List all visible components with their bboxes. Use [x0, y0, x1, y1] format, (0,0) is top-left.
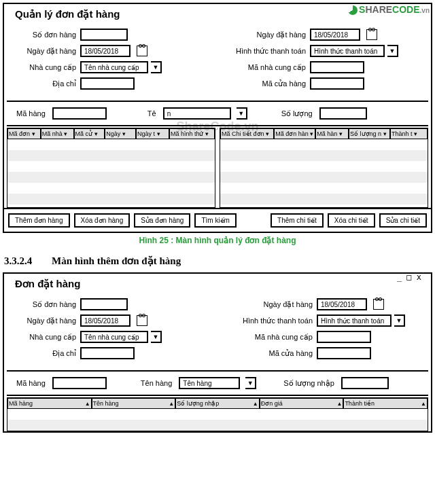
table-items[interactable]: Mã hàng▲ Tên hàng▲ Số lượng nhập▲ Đơn gi… [7, 397, 428, 431]
calendar-icon[interactable] [373, 299, 384, 310]
label-ngay-dat-hang-r: Ngày đặt hàng [231, 31, 306, 39]
col-don-gia[interactable]: Đơn giá▲ [260, 398, 344, 409]
chevron-down-icon[interactable]: ▼ [151, 331, 162, 343]
input-dia-chi[interactable] [80, 77, 135, 90]
select-hinh-thuc[interactable]: Hình thức thanh toán [310, 45, 385, 57]
window-order-management: Quản lý đơn đặt hàng Số đơn hàng Ngày đặ… [3, 3, 432, 233]
table-row[interactable] [220, 150, 428, 161]
table-row[interactable] [7, 161, 215, 172]
sua-chi-tiet-button[interactable]: Sửa chi tiết [379, 213, 427, 228]
col-ngay[interactable]: Ngày ▾ [105, 128, 136, 139]
table-row[interactable] [220, 172, 428, 183]
table-row[interactable] [220, 194, 428, 204]
label-dia-chi: Địa chỉ [14, 79, 76, 88]
col-ma-cu[interactable]: Mã cử ▾ [74, 128, 105, 139]
window-add-order: _ □ x Đơn đặt hàng Số đơn hàng Ngày đặt … [3, 272, 432, 433]
table-don-hang[interactable]: Mã đơn ▾ Mã nhà ▾ Mã cử ▾ Ngày ▾ Ngày t … [7, 128, 215, 208]
tim-kiem-button[interactable]: Tìm kiếm [194, 213, 237, 228]
table-row[interactable] [7, 194, 215, 204]
xoa-chi-tiet-button[interactable]: Xóa chi tiết [328, 213, 375, 228]
figure-caption: Hình 25 : Màn hình quản lý đơn đặt hàng [0, 236, 435, 245]
chevron-down-icon[interactable]: ▼ [245, 377, 256, 389]
table-row[interactable] [7, 150, 215, 161]
calendar-icon[interactable] [366, 29, 377, 40]
col-ma-don-hang[interactable]: Mã đơn hàn ▾ [274, 128, 315, 139]
input-ma-cua-hang[interactable] [317, 347, 371, 359]
chevron-down-icon[interactable]: ▼ [237, 107, 247, 120]
col-ma-ct-don[interactable]: Mã Chi tiết đơn ▾ [220, 128, 274, 139]
select-nha-cung-cap[interactable]: Tên nhà cung cấp [80, 331, 148, 343]
table-row[interactable] [220, 139, 428, 150]
select-ten-hang[interactable]: n [163, 107, 231, 120]
col-so-luong-nhap[interactable]: Số lượng nhập▲ [175, 398, 260, 409]
table-row[interactable] [7, 420, 428, 431]
label-ngay-dat-hang: Ngày đặt hàng [14, 47, 76, 56]
col-ma-hinh-thuc[interactable]: Mã hình thứ ▾ [169, 128, 215, 139]
chevron-down-icon[interactable]: ▼ [387, 45, 398, 57]
input-ma-nha-cc[interactable] [310, 61, 364, 73]
table-row[interactable] [220, 161, 428, 172]
table-row[interactable] [220, 183, 428, 194]
label-ngay-dat-hang: Ngày đặt hàng [14, 317, 76, 325]
col-ma-hang[interactable]: Mã hàn ▾ [315, 128, 349, 139]
col-thanh-tien[interactable]: Thành tiền▲ [343, 398, 428, 409]
label-ma-nha-cc: Mã nhà cung cấp [231, 333, 313, 342]
table-row[interactable] [7, 172, 215, 183]
input-so-don-hang[interactable] [80, 298, 128, 310]
select-nha-cung-cap[interactable]: Tên nhà cung cấp [80, 61, 148, 73]
input-so-luong-nhap[interactable] [341, 377, 389, 389]
label-ngay-dat-hang-r: Ngày đặt hàng [231, 300, 313, 309]
input-ngay-dat-hang[interactable]: 18/05/2018 [80, 314, 130, 327]
label-so-don-hang: Số đơn hàng [14, 300, 76, 309]
chevron-down-icon[interactable]: ▼ [394, 314, 405, 327]
label-nha-cung-cap: Nhà cung cấp [14, 333, 76, 342]
xoa-don-hang-button[interactable]: Xóa đơn hàng [74, 213, 130, 228]
label-ma-cua-hang: Mã cửa hàng [231, 349, 313, 358]
window-title: Đơn đặt hàng [4, 274, 431, 291]
label-so-luong-nhap: Số lượng nhập [283, 379, 334, 388]
input-ma-nha-cc[interactable] [317, 331, 371, 343]
input-so-don-hang[interactable] [80, 29, 128, 41]
col-ngay-t[interactable]: Ngày t ▾ [136, 128, 169, 139]
col-ma-don[interactable]: Mã đơn ▾ [7, 128, 41, 139]
label-nha-cung-cap: Nhà cung cấp [14, 63, 76, 72]
label-so-luong: Số lượng [281, 109, 313, 118]
col-so-luong-n[interactable]: Số lượng n ▾ [349, 128, 390, 139]
label-ten-hang: Tên hàng [141, 379, 172, 387]
them-don-hang-button[interactable]: Thêm đơn hàng [8, 213, 70, 228]
input-so-luong[interactable] [319, 107, 367, 120]
col-ma-hang[interactable]: Mã hàng▲ [7, 398, 92, 409]
col-ten-hang[interactable]: Tên hàng▲ [92, 398, 176, 409]
recycle-icon [348, 5, 358, 15]
calendar-icon[interactable] [137, 315, 147, 326]
col-ma-nha[interactable]: Mã nhà ▾ [41, 128, 74, 139]
input-ma-hang[interactable] [52, 377, 107, 389]
label-hinh-thuc: Hình thức thanh toán [231, 317, 313, 325]
them-chi-tiet-button[interactable]: Thêm chi tiết [271, 213, 324, 228]
table-row[interactable] [7, 409, 428, 420]
label-so-don-hang: Số đơn hàng [14, 31, 76, 39]
sua-don-hang-button[interactable]: Sửa đơn hàng [134, 213, 190, 228]
input-ngay-dat-hang-r[interactable]: 18/05/2018 [310, 29, 360, 41]
chevron-down-icon[interactable]: ▼ [151, 61, 162, 73]
label-ma-nha-cc: Mã nhà cung cấp [231, 63, 306, 72]
input-ngay-dat-hang-r[interactable]: 18/05/2018 [317, 298, 367, 310]
label-ma-hang: Mã hàng [16, 379, 46, 387]
calendar-icon[interactable] [137, 46, 147, 56]
table-row[interactable] [7, 139, 215, 150]
section-heading: 3.3.2.4Màn hình thêm đơn đặt hàng [0, 252, 435, 270]
select-ten-hang[interactable]: Tên hàng [179, 377, 240, 389]
input-dia-chi[interactable] [80, 347, 135, 359]
label-ma-cua-hang: Mã cửa hàng [231, 79, 306, 88]
window-controls[interactable]: _ □ x [397, 272, 421, 282]
input-ngay-dat-hang[interactable]: 18/05/2018 [80, 45, 130, 57]
input-ma-cua-hang[interactable] [310, 77, 364, 90]
select-hinh-thuc[interactable]: Hình thức thanh toán [317, 314, 392, 327]
label-dia-chi: Địa chỉ [14, 349, 76, 358]
table-row[interactable] [7, 183, 215, 194]
sharecode-logo: SHARECODE.vn [348, 4, 430, 15]
table-chi-tiet[interactable]: Mã Chi tiết đơn ▾ Mã đơn hàn ▾ Mã hàn ▾ … [220, 128, 428, 208]
label-hinh-thuc: Hình thức thanh toán [231, 47, 306, 56]
col-thanh-t[interactable]: Thành t ▾ [390, 128, 428, 139]
input-ma-hang[interactable] [52, 107, 107, 120]
